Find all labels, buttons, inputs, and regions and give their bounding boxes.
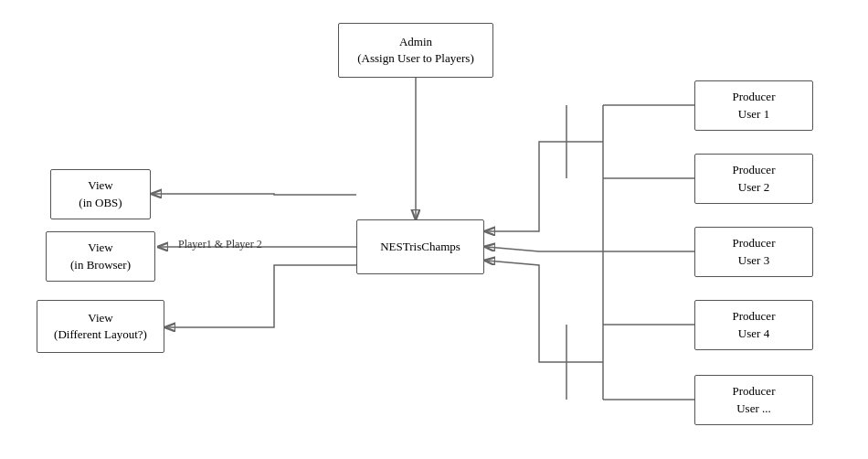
producer-4-label: Producer User 4 bbox=[733, 308, 776, 341]
nestris-label: NESTrisChamps bbox=[380, 239, 460, 255]
view-layout-label: View (Different Layout?) bbox=[54, 310, 147, 343]
producer-1-box: Producer User 1 bbox=[694, 80, 813, 131]
nestris-box: NESTrisChamps bbox=[356, 219, 484, 274]
producer-2-label: Producer User 2 bbox=[733, 162, 776, 195]
producer-1-label: Producer User 1 bbox=[733, 89, 776, 122]
producer-more-box: Producer User ... bbox=[694, 375, 813, 425]
producer-3-box: Producer User 3 bbox=[694, 227, 813, 277]
producer-2-box: Producer User 2 bbox=[694, 154, 813, 204]
admin-label: Admin (Assign User to Players) bbox=[357, 34, 473, 67]
view-layout-box: View (Different Layout?) bbox=[37, 300, 164, 353]
view-browser-box: View (in Browser) bbox=[46, 231, 155, 282]
player-label: Player1 & Player 2 bbox=[178, 238, 262, 251]
admin-box: Admin (Assign User to Players) bbox=[338, 23, 493, 78]
view-obs-box: View (in OBS) bbox=[50, 169, 151, 219]
producer-3-label: Producer User 3 bbox=[733, 235, 776, 268]
view-obs-label: View (in OBS) bbox=[79, 177, 122, 210]
producer-more-label: Producer User ... bbox=[733, 383, 776, 416]
view-browser-label: View (in Browser) bbox=[70, 240, 131, 272]
producer-4-box: Producer User 4 bbox=[694, 300, 813, 350]
diagram-container: Admin (Assign User to Players) NESTrisCh… bbox=[0, 0, 868, 459]
